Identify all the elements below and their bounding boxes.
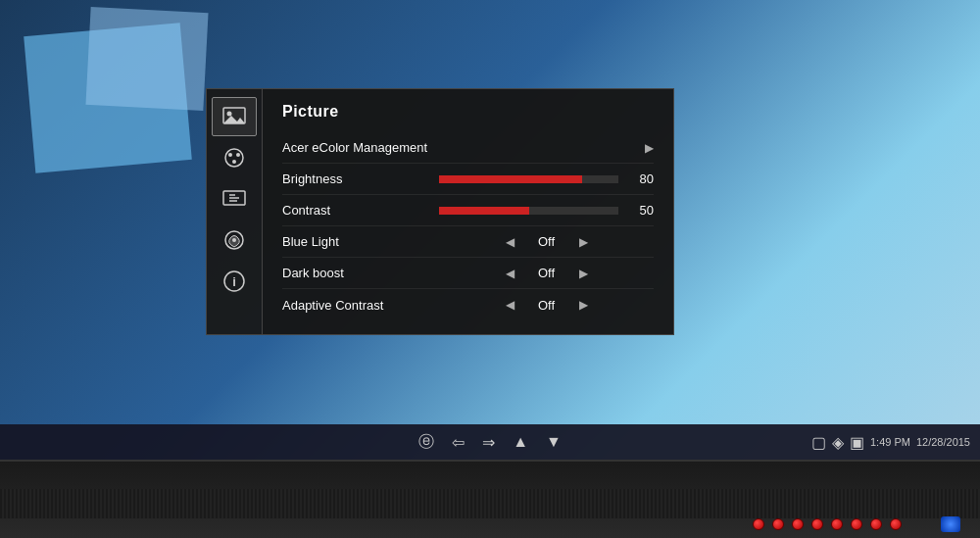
bezel-button-1[interactable] bbox=[753, 518, 764, 530]
picture-icon bbox=[221, 104, 247, 129]
sidebar-item-gaming[interactable] bbox=[212, 220, 257, 260]
contrast-value: 50 bbox=[626, 203, 654, 218]
darkboost-right-arrow-icon[interactable]: ▶ bbox=[579, 267, 588, 280]
sidebar-item-info[interactable]: i bbox=[212, 262, 257, 301]
contrast-slider-wrap: 50 bbox=[439, 203, 654, 218]
ecolor-arrow: ▶ bbox=[439, 141, 654, 155]
adaptive-contrast-right-arrow-icon[interactable]: ▶ bbox=[579, 298, 588, 312]
adaptive-contrast-value: Off bbox=[522, 298, 571, 313]
osd-row-adaptive-contrast: Adaptive Contrast ◀ Off ▶ bbox=[282, 289, 654, 320]
adaptive-contrast-left-arrow-icon[interactable]: ◀ bbox=[506, 298, 514, 312]
display-icon bbox=[221, 186, 247, 212]
svg-point-12 bbox=[232, 238, 236, 242]
svg-point-1 bbox=[227, 112, 232, 117]
svg-point-5 bbox=[236, 153, 240, 157]
taskbar-export-icon[interactable]: ⇒ bbox=[482, 433, 495, 452]
adaptive-contrast-option-wrap: ◀ Off ▶ bbox=[439, 298, 654, 313]
osd-row-ecolor: Acer eColor Management ▶ bbox=[282, 132, 654, 164]
taskbar-center-icons: ⓔ ⇦ ⇒ ▲ ▼ bbox=[418, 432, 562, 453]
speaker-grille bbox=[0, 489, 980, 518]
desktop-decoration-2 bbox=[85, 7, 208, 111]
osd-row-brightness: Brightness 80 bbox=[282, 164, 654, 195]
osd-row-contrast: Contrast 50 bbox=[282, 195, 654, 226]
ecolor-right-arrow-icon[interactable]: ▶ bbox=[645, 141, 654, 155]
darkboost-option-wrap: ◀ Off ▶ bbox=[439, 266, 654, 280]
taskbar-chat-icon[interactable]: ▣ bbox=[850, 433, 864, 452]
info-icon: i bbox=[221, 269, 247, 294]
color-icon bbox=[221, 145, 247, 171]
bezel-button-4[interactable] bbox=[811, 518, 823, 530]
brightness-value: 80 bbox=[626, 171, 654, 186]
osd-row-bluelight: Blue Light ◀ Off ▶ bbox=[282, 226, 654, 258]
bluelight-right-arrow-icon[interactable]: ▶ bbox=[579, 235, 588, 249]
osd-menu: i Picture Acer eColor Management ▶ Brigh… bbox=[206, 88, 674, 335]
bezel-button-2[interactable] bbox=[772, 518, 784, 530]
bezel-buttons bbox=[753, 518, 902, 530]
taskbar: ⓔ ⇦ ⇒ ▲ ▼ ▢ ◈ ▣ 1:49 PM 12/28/2015 bbox=[0, 424, 980, 460]
bezel-button-8[interactable] bbox=[890, 518, 902, 530]
bezel-button-3[interactable] bbox=[792, 518, 804, 530]
svg-text:i: i bbox=[232, 274, 236, 289]
contrast-label: Contrast bbox=[282, 203, 439, 218]
sidebar-item-picture[interactable] bbox=[212, 97, 257, 136]
taskbar-input-icon[interactable]: ⇦ bbox=[452, 433, 465, 452]
blue-power-led bbox=[941, 516, 960, 532]
contrast-slider-fill bbox=[439, 207, 529, 215]
bezel-button-6[interactable] bbox=[851, 518, 862, 530]
bezel-button-7[interactable] bbox=[870, 518, 882, 530]
contrast-slider-track[interactable] bbox=[439, 207, 618, 215]
brightness-slider-wrap: 80 bbox=[439, 171, 654, 186]
bluelight-left-arrow-icon[interactable]: ◀ bbox=[506, 235, 514, 249]
osd-row-darkboost: Dark boost ◀ Off ▶ bbox=[282, 258, 654, 289]
taskbar-monitor-icon[interactable]: ▢ bbox=[811, 433, 826, 452]
taskbar-acer-icon[interactable]: ⓔ bbox=[418, 432, 434, 453]
bezel-button-5[interactable] bbox=[831, 518, 843, 530]
svg-point-4 bbox=[228, 153, 232, 157]
svg-marker-2 bbox=[223, 116, 245, 123]
osd-title: Picture bbox=[282, 103, 654, 121]
bluelight-value: Off bbox=[522, 234, 571, 249]
monitor-bezel-bottom bbox=[0, 460, 980, 538]
darkboost-left-arrow-icon[interactable]: ◀ bbox=[506, 267, 514, 280]
sidebar-item-display[interactable] bbox=[212, 179, 257, 219]
osd-sidebar: i bbox=[206, 88, 263, 335]
taskbar-up-icon[interactable]: ▲ bbox=[513, 433, 528, 451]
brightness-slider-fill bbox=[439, 175, 582, 183]
darkboost-label: Dark boost bbox=[282, 266, 439, 280]
bluelight-label: Blue Light bbox=[282, 234, 439, 249]
ecolor-label: Acer eColor Management bbox=[282, 140, 439, 155]
osd-main-panel: Picture Acer eColor Management ▶ Brightn… bbox=[263, 88, 674, 335]
sidebar-item-color[interactable] bbox=[212, 138, 257, 177]
adaptive-contrast-label: Adaptive Contrast bbox=[282, 298, 439, 313]
svg-point-6 bbox=[232, 160, 236, 164]
brightness-slider-track[interactable] bbox=[439, 175, 618, 183]
taskbar-sound-icon[interactable]: ◈ bbox=[832, 433, 844, 452]
taskbar-down-icon[interactable]: ▼ bbox=[546, 433, 562, 451]
taskbar-date: 12/28/2015 bbox=[916, 436, 970, 448]
bluelight-option-wrap: ◀ Off ▶ bbox=[439, 234, 654, 249]
taskbar-right-area: ▢ ◈ ▣ 1:49 PM 12/28/2015 bbox=[811, 433, 970, 452]
taskbar-time: 1:49 PM bbox=[870, 436, 910, 448]
svg-point-3 bbox=[225, 149, 243, 167]
darkboost-value: Off bbox=[522, 266, 571, 280]
gaming-icon bbox=[221, 227, 247, 253]
brightness-label: Brightness bbox=[282, 171, 439, 186]
